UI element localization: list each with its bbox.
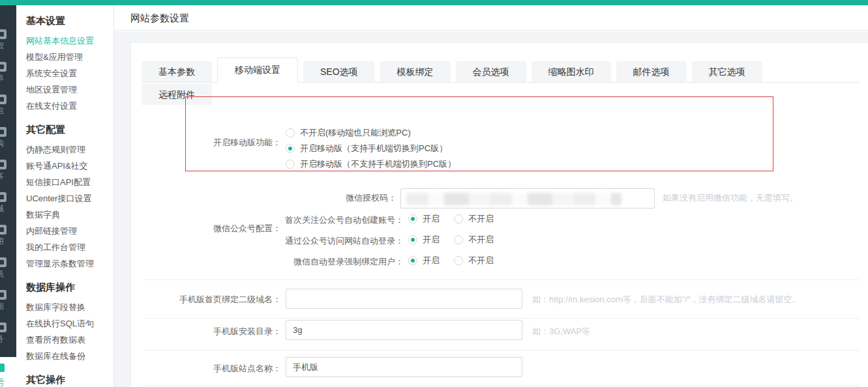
wechat-row1-label: 首次关注公众号自动创建账号：: [248, 215, 404, 225]
radio-label: 不开启: [468, 255, 494, 266]
radio-label: 不开启: [468, 213, 494, 225]
sidebar-item-data-dictionary[interactable]: 数据字典: [26, 207, 113, 223]
sidebar-item-region[interactable]: 地区设置管理: [26, 81, 113, 98]
install-dir-label: 手机版安装目录：: [157, 326, 281, 337]
sidebar-item-display-count[interactable]: 管理显示条数管理: [26, 255, 113, 272]
rail-item-2[interactable]: 信: [0, 94, 16, 123]
sidebar-item-model-app[interactable]: 模型&应用管理: [26, 49, 113, 65]
rail-item-3[interactable]: 购: [0, 127, 16, 156]
radio-icon[interactable]: [454, 235, 463, 244]
mobile-domain-hint: 如：http://m.kesion.com等，后面不能加"/"，没有绑定二级域名…: [532, 294, 801, 305]
radio-mobile-off[interactable]: 不开启(移动端也只能浏览PC): [286, 125, 411, 141]
site-name-label: 手机版站点名称：: [157, 364, 281, 374]
sidebar-list: 数据库字段替换 在线执行SQL语句 查看所有数据表 数据库在线备份: [26, 299, 113, 364]
rail-item-0[interactable]: 程: [0, 29, 16, 58]
rail-label: 程: [0, 41, 4, 50]
tab-mobile-settings[interactable]: 移动端设置: [217, 57, 298, 83]
rail-bottom-icon[interactable]: [0, 364, 5, 372]
rail-item-5[interactable]: 械: [0, 192, 16, 221]
radio-label: 开启: [423, 234, 440, 246]
sidebar-section-basic: 基本设置: [26, 14, 113, 27]
sidebar-item-online-payment[interactable]: 在线支付设置: [26, 98, 113, 114]
rail-item-9[interactable]: 务: [0, 322, 16, 351]
radio-icon-checked[interactable]: [408, 256, 417, 265]
sidebar-item-run-sql[interactable]: 在线执行SQL语句: [26, 315, 113, 332]
rail-icon: [0, 160, 7, 169]
tab-seo-options[interactable]: SEO选项: [303, 61, 375, 82]
install-dir-hint: 如：3G,WAP等: [532, 326, 590, 337]
sidebar-item-view-tables[interactable]: 查看所有数据表: [26, 332, 113, 348]
tab-other-options[interactable]: 其它选项: [692, 61, 762, 82]
radio-icon[interactable]: [286, 128, 295, 137]
rail-icon: [0, 192, 7, 202]
sidebar-item-system-security[interactable]: 系统安全设置: [26, 65, 113, 81]
page-title: 网站参数设置: [130, 12, 189, 25]
wechat-auth-hint: 如果没有启用微信功能，无需填写。: [663, 193, 798, 203]
rail-icon: [0, 322, 7, 332]
radio-mobile-on-not-switchable[interactable]: 开启移动版（不支持手机端切换到PC版）: [286, 156, 456, 172]
radio-mobile-on-switchable[interactable]: 开启移动版（支持手机端切换到PC版）: [286, 141, 447, 156]
wechat-auth-code-input[interactable]: [400, 188, 655, 208]
rail-item-1[interactable]: 单: [0, 62, 16, 91]
sidebar-item-internal-links[interactable]: 内部链接管理: [26, 223, 113, 239]
rail-label: 用: [0, 236, 4, 246]
tab-mail-options[interactable]: 邮件选项: [616, 61, 687, 82]
sidebar-section-other-ops: 其它操作: [26, 373, 113, 386]
site-name-input[interactable]: [286, 357, 522, 377]
sidebar-section-other-config: 其它配置: [26, 123, 113, 136]
sidebar-item-db-backup[interactable]: 数据库在线备份: [26, 348, 113, 364]
tab-row-1: 基本参数 移动端设置 SEO选项 模板绑定 会员选项 缩略图水印 邮件选项 其它…: [142, 57, 859, 83]
sidebar-item-workbench[interactable]: 我的工作台管理: [26, 239, 113, 255]
row-divider: [144, 386, 860, 386]
rail-icon: [0, 225, 7, 235]
tab-remote-attachments[interactable]: 远程附件: [142, 84, 212, 105]
radio-icon[interactable]: [454, 256, 463, 265]
settings-tabs: 基本参数 移动端设置 SEO选项 模板绑定 会员选项 缩略图水印 邮件选项 其它…: [142, 57, 859, 105]
tab-row-2: 远程附件: [142, 84, 859, 105]
rail-icon: [0, 29, 7, 39]
sidebar-list: 网站基本信息设置 模型&应用管理 系统安全设置 地区设置管理 在线支付设置: [26, 33, 113, 114]
rail-label: 务: [0, 334, 4, 343]
rail-bottom-label: 号: [0, 377, 5, 387]
rail-item-8[interactable]: 面: [0, 290, 16, 319]
mobile-domain-label: 手机版首页绑定二级域名：: [157, 294, 281, 305]
rail-label: 购: [0, 139, 4, 148]
radio-label: 开启: [423, 255, 440, 266]
sidebar-item-passport-api[interactable]: 账号通API&社交: [26, 158, 113, 174]
annotation-red-box: [185, 96, 773, 171]
settings-sidebar: 基本设置 网站基本信息设置 模型&应用管理 系统安全设置 地区设置管理 在线支付…: [16, 5, 114, 387]
tab-template-binding[interactable]: 模板绑定: [380, 61, 451, 82]
app-icon-rail: 程 单 信 购 客 械 用 员 面 务: [0, 5, 16, 357]
rail-label: 械: [0, 204, 4, 213]
rail-item-6[interactable]: 用: [0, 225, 16, 253]
radio-label: 开启移动版（不支持手机端切换到PC版）: [300, 158, 456, 170]
wechat-row2-label: 通过公众号访问网站自动登录：: [248, 236, 404, 246]
sidebar-item-website-basic-info[interactable]: 网站基本信息设置: [26, 33, 113, 49]
wechat-row3-label: 微信自动登录强制绑定用户：: [248, 257, 404, 267]
radio-icon[interactable]: [454, 214, 463, 223]
tab-thumbnail-watermark[interactable]: 缩略图水印: [531, 61, 611, 82]
tab-member-options[interactable]: 会员选项: [456, 61, 526, 82]
mobile-domain-input[interactable]: [286, 289, 522, 309]
top-accent-bar: [0, 0, 868, 5]
radio-label: 不开启: [468, 234, 494, 246]
row-divider: [144, 350, 860, 351]
rail-item-4[interactable]: 客: [0, 160, 16, 188]
radio-icon-checked[interactable]: [408, 214, 417, 223]
radio-label: 开启移动版（支持手机端切换到PC版）: [300, 143, 447, 154]
redacted-value: [406, 193, 621, 205]
sidebar-item-field-replace[interactable]: 数据库字段替换: [26, 299, 113, 315]
rail-icon: [0, 127, 7, 137]
sidebar-item-sms-api[interactable]: 短信接口API配置: [26, 174, 113, 190]
tab-basic-params[interactable]: 基本参数: [142, 61, 212, 82]
radio-icon[interactable]: [286, 160, 295, 169]
radio-icon-checked[interactable]: [286, 144, 295, 153]
sidebar-item-rewrite-rules[interactable]: 伪静态规则管理: [26, 141, 113, 158]
install-dir-input[interactable]: [286, 320, 522, 340]
rail-label: 信: [0, 106, 4, 115]
sidebar-item-ucenter[interactable]: UCenter接口设置: [26, 190, 113, 207]
rail-item-7[interactable]: 员: [0, 257, 16, 286]
radio-label: 开启: [423, 213, 440, 225]
settings-card: 基本参数 移动端设置 SEO选项 模板绑定 会员选项 缩略图水印 邮件选项 其它…: [130, 42, 868, 387]
radio-icon-checked[interactable]: [408, 235, 417, 244]
